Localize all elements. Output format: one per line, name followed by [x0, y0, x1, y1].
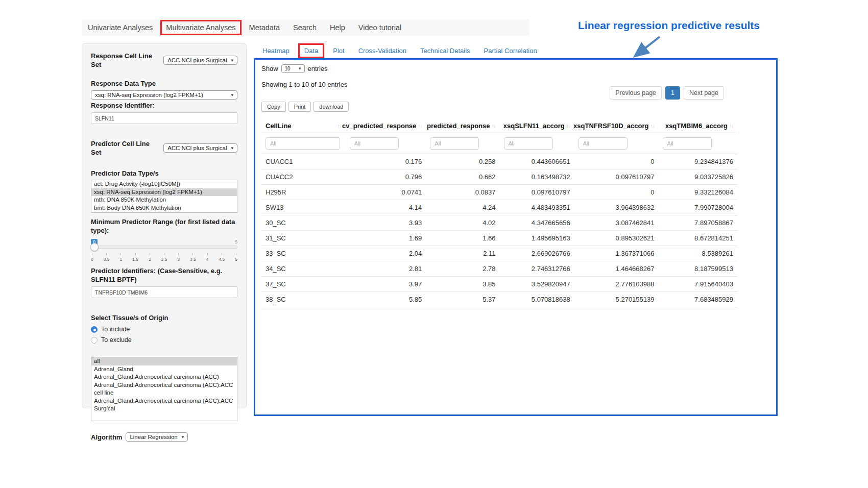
- predictor-data-type-list[interactable]: act: Drug Activity (-log10[IC50M])xsq: R…: [91, 180, 237, 213]
- option-bmt-body-dna-850k-methylation[interactable]: bmt: Body DNA 850K Methylation: [91, 204, 237, 212]
- option-adrenal-gland-adrenocortical-carcinoma-acc[interactable]: Adrenal_Gland:Adrenocortical carcinoma (…: [91, 373, 237, 381]
- selected-value: ACC NCI plus Surgical: [167, 57, 227, 63]
- cell-value: 0.796: [346, 169, 426, 185]
- cell-value: 4.347665656: [500, 215, 574, 231]
- nav-item-help[interactable]: Help: [330, 23, 345, 32]
- filter-input-xsqtnfrsf10d-accorg[interactable]: [578, 137, 628, 150]
- option-xsq-rna-seq-expression-log2-fpkm-1[interactable]: xsq: RNA-seq Expression (log2 FPKM+1): [91, 188, 237, 197]
- cell-value: 5.85: [346, 292, 426, 307]
- option-adrenal-gland-adrenocortical-carcinoma-acc-acc-cell-line[interactable]: Adrenal_Gland:Adrenocortical carcinoma (…: [91, 381, 237, 397]
- previous-page-button[interactable]: Previous page: [610, 86, 662, 100]
- algorithm-row: Algorithm Linear Regression ▾: [91, 432, 237, 442]
- column-header-xsqtnfrsf10d-accorg[interactable]: xsqTNFRSF10D_accorg↑↓: [574, 118, 659, 133]
- slider-tick: 0: [91, 253, 93, 262]
- slider-handle[interactable]: [90, 243, 99, 251]
- filter-input-cv-predicted-response[interactable]: [350, 137, 399, 150]
- filter-input-xsqtmbim6-accorg[interactable]: [663, 137, 712, 150]
- table-body: CUACC10.1760.2580.44360665109.234841376C…: [261, 154, 737, 307]
- column-header-cellline[interactable]: CellLine↑↓: [261, 118, 346, 133]
- filter-cell: [346, 133, 426, 154]
- cell-value: 2.04: [346, 246, 426, 261]
- slider-track[interactable]: [91, 246, 237, 249]
- entries-select[interactable]: 10 ▾: [281, 64, 305, 73]
- column-label: xsqSLFN11_accorg: [503, 122, 565, 130]
- result-tabs: HeatmapDataPlotCross-ValidationTechnical…: [262, 47, 537, 55]
- predictor-identifiers-input[interactable]: [91, 286, 237, 298]
- sort-icon[interactable]: ↑↓: [566, 123, 570, 129]
- cell-value: 3.85: [426, 277, 499, 292]
- slider-tick: 4.5: [219, 253, 225, 262]
- selected-value: xsq: RNA-seq Expression (log2 FPKM+1): [95, 92, 203, 98]
- tab-heatmap[interactable]: Heatmap: [262, 47, 290, 55]
- cell-value: 4.02: [426, 215, 499, 231]
- option-adrenal-gland[interactable]: Adrenal_Gland: [91, 365, 237, 374]
- filter-input-cellline[interactable]: [266, 137, 340, 150]
- cell-value: 7.915640403: [659, 277, 738, 292]
- tab-partial-correlation[interactable]: Partial Correlation: [484, 47, 537, 55]
- predictor-cell-line-set-select[interactable]: ACC NCI plus Surgical ▾: [163, 143, 237, 153]
- filter-cell: [659, 133, 738, 154]
- cell-value: 4.24: [426, 200, 499, 215]
- nav-item-metadata[interactable]: Metadata: [249, 23, 280, 32]
- column-label: predicted_response: [427, 122, 490, 130]
- cell-value: 9.033725826: [659, 169, 738, 185]
- cell-value: 9.332126084: [659, 185, 738, 200]
- selected-value: 10: [285, 66, 291, 71]
- column-header-cv-predicted-response[interactable]: cv_predicted_response↑↓: [346, 118, 426, 133]
- sort-icon[interactable]: ↑↓: [492, 123, 496, 129]
- radio-unselected-icon: [91, 337, 98, 344]
- min-range-slider[interactable]: 0 5 00.511.522.533.544.55: [91, 239, 237, 262]
- slider-ticks: 00.511.522.533.544.55: [91, 253, 237, 262]
- show-entries-row: Show 10 ▾ entries: [261, 64, 770, 73]
- cell-value: 0.895302621: [574, 231, 659, 246]
- filter-input-xsqslfn11-accorg[interactable]: [504, 137, 553, 150]
- sort-icon[interactable]: ↑↓: [650, 123, 655, 129]
- algorithm-select[interactable]: Linear Regression ▾: [126, 432, 188, 442]
- table-row: H295R0.07410.08370.09761079709.332126084: [261, 185, 737, 200]
- response-cell-line-set-select[interactable]: ACC NCI plus Surgical ▾: [163, 56, 237, 65]
- tissue-label: Select Tissue/s of Origin: [91, 313, 237, 322]
- cell-value: 0.258: [426, 154, 499, 169]
- option-mth-dna-850k-methylation[interactable]: mth: DNA 850K Methylation: [91, 196, 237, 204]
- nav-item-multivariate-analyses[interactable]: Multivariate Analyses: [160, 20, 241, 35]
- cell-value: 0.662: [426, 169, 499, 185]
- nav-item-univariate-analyses[interactable]: Univariate Analyses: [88, 23, 153, 32]
- cell-value: 1.69: [346, 231, 426, 246]
- copy-button[interactable]: Copy: [261, 102, 286, 112]
- nav-item-search[interactable]: Search: [293, 23, 317, 32]
- next-page-button[interactable]: Next page: [684, 86, 724, 100]
- tab-plot[interactable]: Plot: [333, 47, 344, 55]
- sort-icon[interactable]: ↑↓: [418, 123, 422, 129]
- page-1-button[interactable]: 1: [665, 86, 680, 100]
- tissue-exclude-radio[interactable]: To exclude: [91, 336, 237, 344]
- response-identifier-input[interactable]: [91, 112, 237, 124]
- tissue-list[interactable]: allAdrenal_GlandAdrenal_Gland:Adrenocort…: [91, 357, 237, 421]
- cell-value: 2.746312766: [500, 261, 574, 277]
- filter-input-predicted-response[interactable]: [430, 137, 479, 150]
- column-header-xsqtmbim6-accorg[interactable]: xsqTMBIM6_accorg↑↓: [659, 118, 738, 133]
- pagination: Previous page 1 Next page: [610, 86, 724, 100]
- option-adrenal-gland-adrenocortical-carcinoma-acc-acc-surgical[interactable]: Adrenal_Gland:Adrenocortical carcinoma (…: [91, 397, 237, 413]
- table-row: 38_SC5.855.375.0708186385.2701551397.683…: [261, 292, 737, 307]
- tab-technical-details[interactable]: Technical Details: [420, 47, 470, 55]
- sort-icon[interactable]: ↑↓: [337, 123, 342, 129]
- nav-item-video-tutorial[interactable]: Video tutorial: [358, 23, 401, 32]
- tab-cross-validation[interactable]: Cross-Validation: [358, 47, 406, 55]
- min-predictor-range-field: Minimum Predictor Range (for first liste…: [91, 217, 237, 262]
- sort-icon[interactable]: ↑↓: [729, 123, 733, 129]
- column-label: cv_predicted_response: [342, 122, 416, 130]
- tab-data[interactable]: Data: [298, 43, 324, 58]
- cell-value: 1.495695163: [500, 231, 574, 246]
- column-header-predicted-response[interactable]: predicted_response↑↓: [426, 118, 499, 133]
- min-predictor-range-label: Minimum Predictor Range (for first liste…: [91, 217, 237, 235]
- response-data-type-select[interactable]: xsq: RNA-seq Expression (log2 FPKM+1) ▾: [91, 90, 237, 100]
- column-header-xsqslfn11-accorg[interactable]: xsqSLFN11_accorg↑↓: [500, 118, 574, 133]
- download-button[interactable]: download: [314, 102, 349, 112]
- option-act-drug-activity-log10-ic50m[interactable]: act: Drug Activity (-log10[IC50M]): [91, 180, 237, 188]
- cell-value: 7.683485929: [659, 292, 738, 307]
- option-all[interactable]: all: [91, 357, 237, 365]
- tissue-include-radio[interactable]: To include: [91, 326, 237, 333]
- show-label: Show: [261, 65, 278, 72]
- print-button[interactable]: Print: [288, 102, 311, 112]
- cell-value: 5.270155139: [574, 292, 659, 307]
